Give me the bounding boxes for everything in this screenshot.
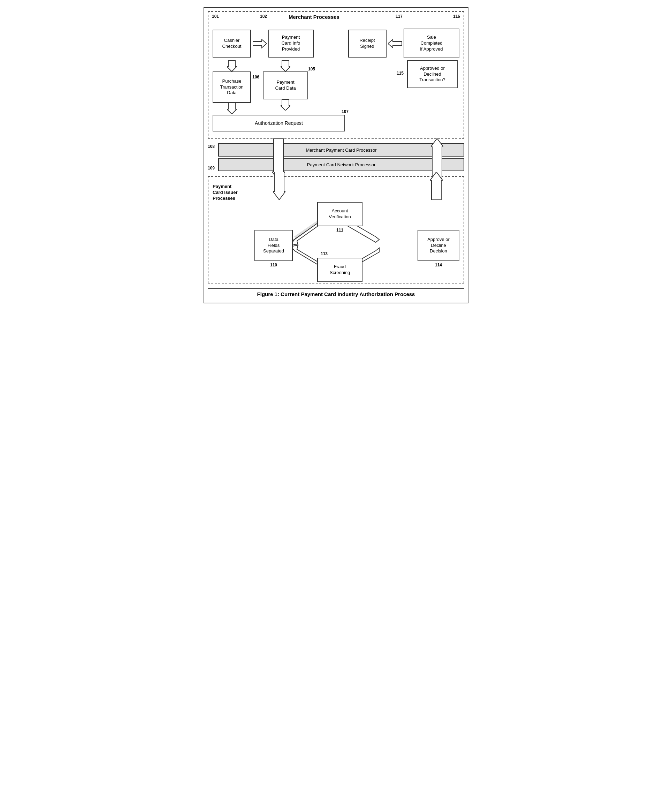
ref-101: 101 xyxy=(212,14,219,19)
data-fields-container: Data Fields Separated 110 xyxy=(254,230,293,267)
diagram-outer: 101 102 Merchant Processes 117 116 Cashi… xyxy=(204,7,468,303)
ref-115: 115 xyxy=(397,71,404,76)
purchase-transaction-data-box: Purchase Transaction Data xyxy=(212,71,251,103)
data-fields-box: Data Fields Separated xyxy=(254,230,293,261)
svg-marker-2 xyxy=(227,60,237,71)
ref-114: 114 xyxy=(418,263,460,267)
fraud-screening-container: 113 Fraud Screening xyxy=(317,258,362,282)
account-verification-container: Account Verification 111 xyxy=(317,202,362,233)
approve-decline-box: Approve or Decline Decision xyxy=(418,230,460,261)
processor-section: 108 Merchant Payment Card Processor Paym… xyxy=(208,143,464,171)
ref-111: 111 xyxy=(317,228,362,233)
receipt-signed-box: Receipt Signed xyxy=(348,30,387,57)
arrow-down-payment-info xyxy=(281,60,290,71)
approve-decline-container: Approve or Decline Decision 114 xyxy=(418,230,460,267)
arrow-down-cashier xyxy=(227,60,237,71)
approved-declined-area: 115 Approved or Declined Transaction? xyxy=(407,60,460,88)
processor-bars: Merchant Payment Card Processor Payment … xyxy=(218,143,464,171)
col-payment-card-data: 105 Payment Card Data xyxy=(263,60,308,111)
svg-marker-3 xyxy=(227,103,237,114)
issuer-section-label: Payment Card Issuer Processes xyxy=(212,184,251,202)
payment-card-data-box: Payment Card Data xyxy=(263,71,308,100)
page-wrapper: 101 102 Merchant Processes 117 116 Cashi… xyxy=(204,7,468,303)
figure-caption: Figure 1: Current Payment Card Industry … xyxy=(208,289,464,299)
network-processor-bar: Payment Card Network Processor xyxy=(218,158,464,171)
svg-marker-1 xyxy=(388,39,402,48)
ref-108: 108 xyxy=(208,144,215,149)
ref-117: 117 xyxy=(396,14,403,19)
merchant-section: 101 102 Merchant Processes 117 116 Cashi… xyxy=(208,11,464,139)
svg-marker-0 xyxy=(253,39,267,48)
auth-request-box: Authorization Request xyxy=(212,115,345,132)
merchant-section-label: Merchant Processes xyxy=(289,14,340,20)
svg-marker-4 xyxy=(281,60,290,71)
ref-116: 116 xyxy=(453,14,460,19)
ref-105: 105 xyxy=(308,67,315,71)
merchant-row2: Purchase Transaction Data 106 xyxy=(212,60,460,114)
ref-110: 110 xyxy=(254,263,293,267)
col-approved-declined: 115 Approved or Declined Transaction? xyxy=(407,60,460,88)
arrow-cashier-to-payment xyxy=(251,39,268,49)
svg-marker-5 xyxy=(281,100,290,111)
ref-107: 107 xyxy=(342,109,349,114)
svg-marker-8 xyxy=(273,172,285,200)
svg-marker-9 xyxy=(430,172,443,200)
ref-102: 102 xyxy=(260,14,267,19)
ref-106-area: 106 xyxy=(253,74,259,80)
arrow-down-purchase xyxy=(227,103,237,114)
fraud-screening-box: Fraud Screening xyxy=(317,258,362,282)
big-vertical-arrow-issuer-out xyxy=(430,172,443,200)
ref-113: 113 xyxy=(321,251,328,256)
col-purchase-data: Purchase Transaction Data xyxy=(212,60,251,114)
sale-completed-box: Sale Completed if Approved xyxy=(404,29,460,58)
arrow-sale-to-receipt xyxy=(387,39,404,49)
account-verification-box: Account Verification xyxy=(317,202,362,226)
merchant-processor-bar: Merchant Payment Card Processor xyxy=(218,143,464,157)
ref-106: 106 xyxy=(253,74,259,79)
cashier-checkout-box: Cashier Checkout xyxy=(212,30,251,57)
payment-card-data-container: 105 Payment Card Data xyxy=(263,71,308,100)
arrow-down-card-data xyxy=(281,100,290,111)
auth-request-row: 107 Authorization Request xyxy=(212,115,460,132)
merchant-row1: Cashier Checkout Payment Card Info Provi… xyxy=(212,29,460,58)
issuer-section: Payment Card Issuer Processes xyxy=(208,176,464,284)
approved-declined-box: Approved or Declined Transaction? xyxy=(407,60,458,88)
ref-109: 109 xyxy=(208,165,215,170)
auth-request-container: 107 Authorization Request xyxy=(212,115,345,132)
payment-card-info-box: Payment Card Info Provided xyxy=(268,30,314,57)
issuer-flow-diagram: Data Fields Separated 110 Account Verifi… xyxy=(254,202,460,278)
big-vertical-arrow-issuer-in xyxy=(273,172,285,200)
